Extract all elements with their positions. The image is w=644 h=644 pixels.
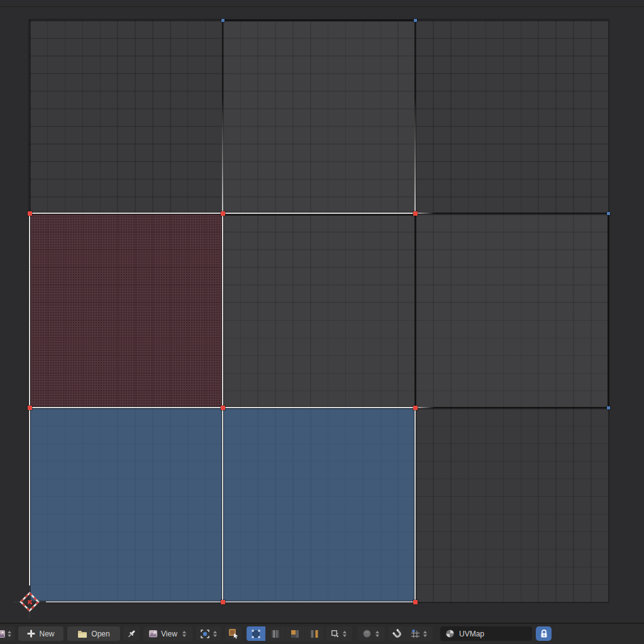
select-mode-vertex-button[interactable]: [247, 626, 265, 641]
pivot-point-dropdown[interactable]: [196, 626, 221, 641]
proportional-arrows-icon: [374, 631, 380, 637]
uv-data-icon: [445, 629, 455, 638]
uv-edge[interactable]: [223, 19, 415, 21]
pivot-center-icon: [200, 629, 210, 639]
uv-edge[interactable]: [222, 20, 224, 213]
image-browse-icon: [0, 629, 6, 639]
new-button-label: New: [39, 630, 54, 638]
uv-edge[interactable]: [414, 213, 416, 408]
uv-face-bottom-middle[interactable]: [223, 408, 415, 602]
mode-arrows-icon: [181, 631, 187, 637]
mode-dropdown-label: View: [161, 630, 177, 638]
uv-vertex-unselected[interactable]: [607, 406, 610, 409]
new-image-button[interactable]: New: [18, 626, 64, 641]
uv-face-top-middle[interactable]: [223, 20, 415, 213]
uv-edge[interactable]: [415, 213, 608, 214]
browse-arrows-icon: [8, 631, 11, 637]
uv-edge[interactable]: [414, 20, 416, 213]
snap-arrows-icon: [422, 631, 428, 637]
pin-icon: [126, 629, 136, 639]
uv-edge[interactable]: [223, 214, 415, 216]
pin-image-button[interactable]: [123, 626, 140, 641]
select-mode-island-button[interactable]: [305, 626, 324, 641]
pivot-arrows-icon: [212, 631, 218, 637]
snap-toggle-button[interactable]: [389, 626, 406, 641]
image-icon: [148, 629, 158, 638]
uv-vertex-selected[interactable]: [28, 406, 32, 410]
folder-icon: [77, 630, 87, 638]
uv-vertex-unselected[interactable]: [221, 19, 225, 22]
select-vertex-icon: [251, 629, 261, 639]
uv-map-name: UVMap: [459, 630, 484, 638]
select-island-icon: [309, 629, 319, 639]
uv-edge[interactable]: [414, 408, 416, 602]
uv-vertex-selected[interactable]: [413, 600, 418, 604]
uv-vertex-unselected[interactable]: [414, 19, 417, 22]
uv-grid: [30, 20, 608, 602]
select-edge-icon: [270, 629, 280, 639]
image-browser-button[interactable]: [0, 626, 15, 641]
editor-mode-dropdown[interactable]: View: [143, 626, 192, 641]
uv-vertex-selected[interactable]: [221, 406, 225, 410]
sticky-select-dropdown[interactable]: [326, 626, 352, 641]
uv-editor-header: New Open: [0, 623, 644, 644]
uv-vertex-selected[interactable]: [221, 211, 225, 216]
cursor-2d[interactable]: [12, 584, 47, 619]
open-button-label: Open: [91, 630, 109, 638]
uv-face-middle-left[interactable]: [30, 213, 223, 408]
snap-increment-icon: [411, 629, 420, 638]
uv-vertex-selected[interactable]: [413, 406, 418, 410]
select-mode-face-button[interactable]: [286, 626, 304, 641]
magnet-icon: [392, 629, 402, 639]
select-mode-edge-button[interactable]: [266, 626, 285, 641]
snap-target-dropdown[interactable]: [406, 626, 433, 641]
uv-map-selector[interactable]: UVMap: [440, 626, 532, 641]
lock-icon: [540, 629, 548, 638]
lock-toggle-button[interactable]: [536, 626, 552, 641]
uv-face-middle-center[interactable]: [223, 213, 415, 408]
uv-sync-select-toggle[interactable]: [225, 626, 242, 641]
sticky-select-icon: [330, 629, 340, 638]
uv-edge[interactable]: [608, 213, 609, 408]
proportional-edit-icon: [362, 629, 372, 638]
uv-face-bottom-left[interactable]: [30, 408, 223, 602]
select-face-icon: [290, 629, 300, 639]
region-border: [0, 6, 644, 7]
blender-uv-editor: New Open: [0, 0, 644, 644]
uv-vertex-unselected[interactable]: [607, 212, 610, 215]
uv-vertex-selected[interactable]: [221, 600, 225, 604]
sticky-arrows-icon: [341, 631, 348, 637]
uv-sync-select-icon: [228, 628, 239, 639]
uv-vertex-selected[interactable]: [28, 211, 32, 216]
uv-face-middle-right[interactable]: [415, 213, 608, 408]
proportional-edit-dropdown[interactable]: [357, 626, 385, 641]
uv-edge[interactable]: [415, 407, 608, 409]
plus-icon: [27, 630, 35, 638]
open-image-button[interactable]: Open: [67, 626, 120, 641]
uv-vertex-selected[interactable]: [413, 211, 418, 216]
